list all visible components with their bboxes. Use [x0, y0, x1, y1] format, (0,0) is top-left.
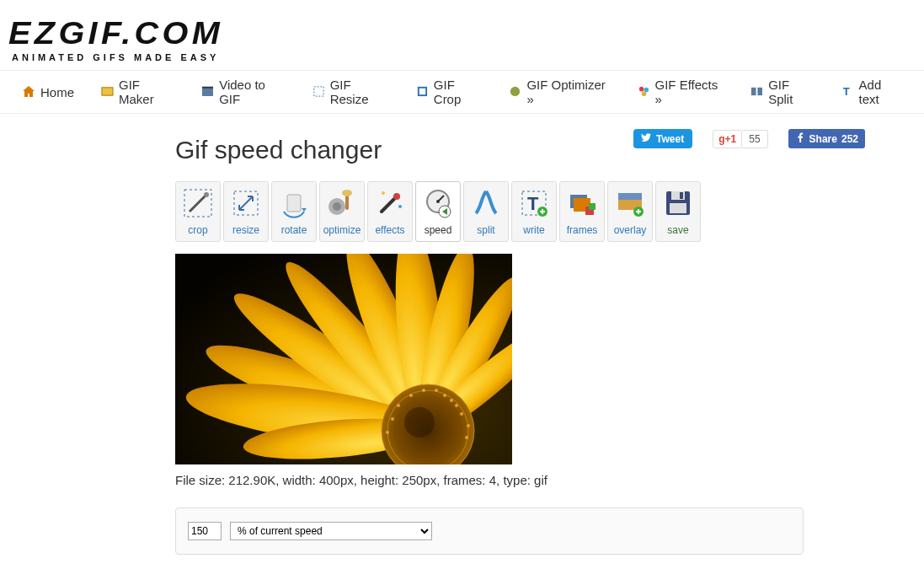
nav-gif-resize[interactable]: GIF Resize — [299, 71, 403, 113]
svg-point-17 — [333, 202, 341, 211]
svg-point-63 — [467, 424, 470, 427]
nav-label: GIF Optimizer » — [526, 78, 610, 106]
nav-gif-effects[interactable]: GIF Effects » — [624, 71, 738, 113]
resize-tool-icon — [228, 185, 264, 221]
resize-icon — [312, 85, 325, 99]
svg-point-66 — [450, 399, 453, 402]
svg-point-52 — [404, 407, 435, 437]
tool-label: frames — [562, 224, 602, 236]
svg-point-65 — [386, 431, 389, 434]
svg-text:T: T — [843, 85, 850, 98]
svg-point-64 — [465, 436, 468, 439]
nav-label: Add text — [859, 78, 902, 106]
tool-frames[interactable]: frames — [559, 181, 605, 242]
svg-point-56 — [455, 404, 458, 407]
write-tool-icon: T — [516, 185, 552, 221]
video-icon — [201, 85, 214, 99]
crop-icon — [416, 85, 429, 99]
optimize-icon — [509, 85, 521, 99]
tool-speed[interactable]: speed — [415, 181, 461, 242]
svg-rect-0 — [102, 88, 113, 95]
speed-input[interactable] — [188, 522, 222, 540]
svg-point-8 — [641, 91, 646, 96]
effects-icon — [638, 85, 650, 99]
main-nav: Home GIF Maker Video to GIF GIF Resize — [0, 70, 924, 114]
optimize-tool-icon — [324, 185, 360, 221]
svg-point-55 — [460, 412, 463, 416]
logo-link[interactable]: EZGIF.COM ANIMATED GIFS MADE EASY — [8, 19, 219, 62]
tool-label: overlay — [610, 224, 650, 236]
svg-rect-15 — [287, 195, 301, 212]
site-header: EZGIF.COM ANIMATED GIFS MADE EASY — [0, 0, 924, 70]
file-info: File size: 212.90K, width: 400px, height… — [175, 473, 924, 487]
tool-label: rotate — [274, 224, 314, 236]
svg-point-13 — [204, 192, 209, 197]
svg-rect-3 — [314, 87, 323, 96]
tool-write[interactable]: T write — [511, 181, 557, 242]
nav-gif-maker[interactable]: GIF Maker — [88, 71, 188, 113]
save-tool-icon — [660, 185, 696, 221]
tool-resize[interactable]: resize — [223, 181, 269, 242]
svg-rect-9 — [751, 88, 756, 95]
nav-video-to-gif[interactable]: Video to GIF — [188, 71, 299, 113]
svg-text:T: T — [527, 193, 539, 214]
tool-label: resize — [226, 224, 266, 236]
svg-point-6 — [638, 87, 644, 92]
tweet-button[interactable]: Tweet — [633, 129, 692, 148]
svg-point-58 — [435, 389, 438, 392]
tool-label: crop — [178, 224, 218, 236]
nav-gif-optimizer[interactable]: GIF Optimizer » — [495, 71, 623, 113]
tool-label: save — [658, 224, 698, 236]
tool-label: split — [466, 224, 506, 236]
fb-share-count: 252 — [841, 133, 858, 145]
svg-point-19 — [342, 190, 352, 196]
logo-main: EZGIF.COM — [8, 19, 240, 49]
preview-image — [175, 254, 512, 464]
frames-tool-icon — [564, 185, 600, 221]
svg-point-61 — [397, 404, 400, 407]
gplus-button[interactable]: g+1 55 — [713, 130, 767, 148]
speed-form: % of current speed — [175, 507, 804, 555]
crop-tool-icon — [180, 185, 216, 221]
tool-label: optimize — [322, 224, 362, 236]
speed-unit-select[interactable]: % of current speed — [230, 522, 432, 540]
tool-overlay[interactable]: overlay — [607, 181, 653, 242]
tool-effects[interactable]: effects — [367, 181, 413, 242]
tool-label: effects — [370, 224, 410, 236]
nav-label: GIF Effects » — [655, 78, 724, 106]
speed-tool-icon — [420, 185, 456, 221]
svg-rect-2 — [202, 87, 213, 89]
nav-gif-crop[interactable]: GIF Crop — [403, 71, 496, 113]
effects-tool-icon — [372, 185, 408, 221]
nav-label: GIF Maker — [119, 78, 174, 106]
svg-rect-32 — [589, 203, 596, 210]
svg-point-7 — [644, 88, 649, 93]
svg-rect-10 — [758, 88, 763, 95]
tool-save[interactable]: save — [655, 181, 701, 242]
nav-label: GIF Split — [768, 78, 815, 106]
fb-share-button[interactable]: Share 252 — [788, 129, 865, 148]
nav-home[interactable]: Home — [8, 71, 88, 113]
svg-point-57 — [443, 394, 446, 397]
tool-label: write — [514, 224, 554, 236]
nav-label: GIF Resize — [330, 78, 389, 106]
tool-rotate[interactable]: rotate — [271, 181, 317, 242]
svg-rect-38 — [680, 192, 683, 199]
tool-toolbar: crop resize rotate optimiz — [175, 181, 924, 242]
svg-point-62 — [391, 417, 394, 421]
nav-gif-split[interactable]: GIF Split — [737, 71, 827, 113]
svg-point-24 — [436, 200, 440, 203]
facebook-icon — [795, 132, 805, 145]
frames-icon — [101, 85, 114, 99]
rotate-tool-icon — [276, 185, 312, 221]
nav-label: GIF Crop — [434, 78, 483, 106]
text-icon: T — [841, 85, 854, 99]
tool-optimize[interactable]: optimize — [319, 181, 365, 242]
tool-label: speed — [418, 224, 458, 236]
tool-split[interactable]: split — [463, 181, 509, 242]
main-content: Tweet g+1 55 Share 252 Gif speed changer — [0, 114, 924, 569]
svg-rect-39 — [670, 203, 686, 213]
tool-crop[interactable]: crop — [175, 181, 221, 242]
nav-add-text[interactable]: T Add text — [828, 71, 916, 113]
svg-rect-4 — [419, 88, 426, 95]
